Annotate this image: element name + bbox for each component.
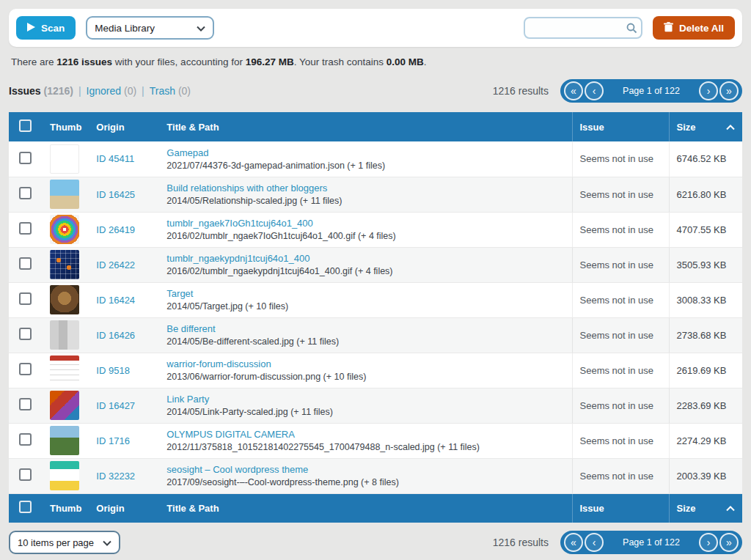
- tab-trash-count: (0): [178, 85, 191, 97]
- items-per-page-select[interactable]: 10 items per page: [9, 531, 120, 554]
- last-page-button[interactable]: »: [719, 533, 739, 552]
- origin-id-link[interactable]: ID 16427: [96, 400, 135, 411]
- table-row: ID 32232 seosight – Cool wordpress theme…: [9, 458, 742, 493]
- tabs: Issues (1216) | Ignored (0) | Trash (0): [9, 85, 191, 97]
- row-checkbox[interactable]: [19, 187, 32, 199]
- sort-chevron-up-icon[interactable]: [726, 503, 735, 514]
- media-title-link[interactable]: Build relationships with other bloggers: [166, 183, 327, 194]
- media-title-link[interactable]: Be different: [166, 323, 215, 334]
- column-header-size[interactable]: Size: [669, 493, 742, 523]
- items-per-page-value: 10 items per page: [18, 537, 94, 548]
- prev-page-button[interactable]: ‹: [585, 81, 604, 100]
- origin-id-link[interactable]: ID 16424: [96, 295, 135, 306]
- issue-status: Seems not in use: [580, 224, 653, 235]
- tab-separator: |: [78, 85, 81, 97]
- media-title-link[interactable]: Gamepad: [166, 147, 208, 158]
- column-header-thumb[interactable]: Thumb: [43, 493, 89, 523]
- page-indicator: Page 1 of 122: [604, 537, 698, 548]
- library-select[interactable]: Media Library: [86, 16, 214, 40]
- origin-id-link[interactable]: ID 9518: [96, 365, 130, 376]
- next-page-button[interactable]: ›: [699, 81, 718, 100]
- media-title-link[interactable]: Target: [166, 288, 193, 299]
- row-checkbox[interactable]: [19, 468, 32, 481]
- thumbnail: [50, 250, 79, 279]
- play-icon: [27, 23, 35, 34]
- media-path: 2013/06/warrior-forum-discussion.png (+ …: [166, 372, 564, 382]
- row-checkbox[interactable]: [19, 292, 32, 305]
- media-cleaner-page: Scan Media Library: [0, 0, 751, 554]
- media-title-link[interactable]: tumblr_ngaek7IoGh1tcuj64o1_400: [166, 218, 312, 229]
- chevron-down-icon: [103, 537, 111, 548]
- issue-status: Seems not in use: [580, 471, 653, 482]
- media-title-link[interactable]: seosight – Cool wordpress theme: [166, 464, 308, 475]
- column-header-origin[interactable]: Origin: [89, 493, 159, 523]
- last-page-button[interactable]: »: [719, 81, 739, 100]
- column-header-title-path[interactable]: Title & Path: [159, 493, 572, 523]
- media-title-link[interactable]: Link Party: [166, 394, 209, 405]
- tab-trash[interactable]: Trash (0): [150, 85, 191, 97]
- thumbnail: [50, 391, 79, 420]
- media-title-link[interactable]: tumblr_ngaekypdnj1tcuj64o1_400: [166, 253, 309, 264]
- column-header-title-path[interactable]: Title & Path: [159, 112, 572, 141]
- row-checkbox[interactable]: [19, 222, 32, 235]
- trash-icon: [664, 22, 673, 34]
- prev-page-button[interactable]: ‹: [585, 533, 604, 552]
- origin-id-link[interactable]: ID 16426: [96, 330, 135, 341]
- row-checkbox[interactable]: [19, 433, 32, 446]
- summary-total-size: 196.27 MB: [246, 56, 294, 67]
- origin-id-link[interactable]: ID 32232: [96, 471, 135, 482]
- delete-all-label: Delete All: [679, 23, 724, 34]
- thumbnail: [50, 426, 79, 455]
- thumbnail: [50, 215, 79, 244]
- media-path: 2012/11/375818_10152181402275545_1700479…: [166, 442, 564, 452]
- search-input[interactable]: [524, 17, 642, 39]
- scan-button-label: Scan: [41, 23, 65, 34]
- tab-separator: |: [142, 85, 144, 97]
- column-header-origin[interactable]: Origin: [89, 112, 159, 141]
- next-page-button[interactable]: ›: [699, 533, 718, 552]
- row-checkbox[interactable]: [19, 363, 32, 375]
- tab-issues-count: (1216): [43, 85, 73, 97]
- origin-id-link[interactable]: ID 26419: [96, 224, 135, 235]
- media-title-link[interactable]: OLYMPUS DIGITAL CAMERA: [166, 429, 295, 440]
- origin-id-link[interactable]: ID 16425: [96, 189, 135, 200]
- origin-id-link[interactable]: ID 26422: [96, 259, 135, 270]
- sort-chevron-up-icon[interactable]: [726, 122, 735, 133]
- origin-id-link[interactable]: ID 45411: [96, 153, 134, 164]
- first-page-button[interactable]: «: [564, 81, 583, 100]
- origin-id-link[interactable]: ID 1716: [96, 435, 130, 446]
- issues-table: Thumb Origin Title & Path Issue Size ID …: [9, 112, 742, 523]
- issue-status: Seems not in use: [580, 365, 653, 376]
- row-checkbox[interactable]: [19, 398, 32, 410]
- footer-row: 10 items per page 1216 results « ‹ Page …: [9, 531, 742, 554]
- select-all-checkbox[interactable]: [19, 119, 32, 132]
- table-header-bottom: Thumb Origin Title & Path Issue Size: [9, 493, 742, 523]
- first-page-button[interactable]: «: [564, 533, 583, 552]
- file-size: 6746.52 KB: [677, 153, 727, 164]
- column-header-size-label: Size: [677, 503, 696, 514]
- media-title-link[interactable]: warrior-forum-discussion: [166, 358, 271, 369]
- column-header-issue[interactable]: Issue: [572, 493, 669, 523]
- media-path: 2017/09/seosight-–-Cool-wordpress-theme.…: [166, 477, 564, 487]
- scan-button[interactable]: Scan: [16, 16, 76, 40]
- summary-part: . Your trash contains: [294, 56, 387, 67]
- issue-status: Seems not in use: [580, 259, 653, 270]
- summary-part: .: [424, 56, 427, 67]
- file-size: 6216.80 KB: [677, 189, 727, 200]
- column-header-thumb[interactable]: Thumb: [43, 112, 89, 141]
- tab-ignored[interactable]: Ignored (0): [87, 85, 137, 97]
- delete-all-button[interactable]: Delete All: [653, 16, 735, 40]
- table-row: ID 26419 tumblr_ngaek7IoGh1tcuj64o1_4002…: [9, 212, 742, 247]
- results-count: 1216 results: [493, 537, 549, 548]
- tab-issues[interactable]: Issues (1216): [9, 85, 73, 97]
- column-header-size[interactable]: Size: [669, 112, 742, 141]
- table-row: ID 9518 warrior-forum-discussion2013/06/…: [9, 353, 742, 388]
- table-row: ID 16425 Build relationships with other …: [9, 177, 742, 212]
- table-row: ID 1716 OLYMPUS DIGITAL CAMERA2012/11/37…: [9, 423, 742, 458]
- column-header-issue[interactable]: Issue: [572, 112, 669, 141]
- row-checkbox[interactable]: [19, 152, 32, 164]
- select-all-checkbox[interactable]: [19, 501, 32, 513]
- row-checkbox[interactable]: [19, 328, 32, 340]
- row-checkbox[interactable]: [19, 257, 32, 270]
- file-size: 2274.29 KB: [677, 435, 727, 446]
